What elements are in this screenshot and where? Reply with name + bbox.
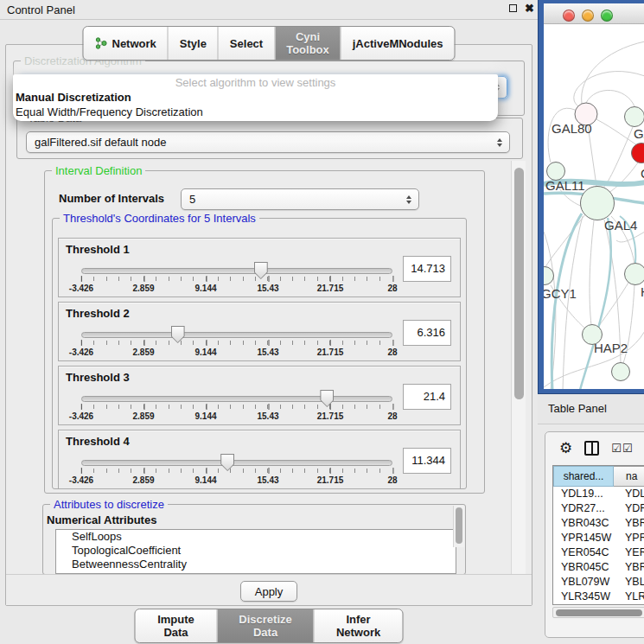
network-window-titlebar[interactable] (544, 3, 644, 24)
scrollbar-thumb[interactable] (556, 609, 642, 616)
table-row[interactable]: YIL052C YIL0 (553, 604, 644, 605)
tab-label: Impute Data (147, 613, 206, 639)
tab-discretize-data[interactable]: Discretize Data (216, 609, 313, 642)
table-row[interactable]: YER054C YER0 (553, 545, 644, 560)
threshold-label: Threshold 4 (66, 435, 130, 448)
threshold-panel: Threshold 1 -3.426 2. (58, 238, 461, 297)
close-icon[interactable]: ✖ (525, 3, 534, 13)
table-data-combobox[interactable]: galFiltered.sif default node (26, 131, 510, 153)
tick-label: 2.859 (132, 341, 154, 357)
tab-label: Select (230, 37, 263, 50)
tick-label: 2.859 (132, 469, 154, 485)
cell-name[interactable]: YDL1 (614, 487, 644, 501)
table-row[interactable]: YDR27... YDR2 (553, 501, 644, 516)
network-node[interactable] (624, 263, 644, 285)
select-checkboxes-icon[interactable]: ☑☑ (611, 442, 633, 455)
gear-icon[interactable]: ⚙ (559, 441, 572, 456)
dropdown-placeholder-item[interactable]: Select algorithm to view settings (13, 76, 498, 90)
network-node[interactable] (611, 362, 630, 381)
threshold-slider[interactable]: -3.426 2.859 9.144 15.43 21. (81, 392, 392, 424)
slider-track[interactable] (81, 460, 392, 466)
minimize-traffic-light-icon[interactable] (582, 10, 594, 22)
tab-label: Infer Network (326, 613, 392, 639)
cell-shared-name[interactable]: YLR345W (553, 590, 614, 604)
tick-label: 21.715 (317, 469, 344, 485)
numerical-attributes-list[interactable]: SelfLoops TopologicalCoefficient Between… (55, 529, 456, 574)
slider-track[interactable] (81, 268, 392, 274)
table-row[interactable]: YPR145W YPR1 (553, 531, 644, 545)
cell-name[interactable]: YDR2 (614, 501, 644, 516)
number-of-intervals-combobox[interactable]: 5 (181, 188, 419, 210)
tab-jactivemnodules[interactable]: jActiveMNodules (341, 27, 455, 60)
attribute-list-item[interactable]: TopologicalCoefficient (56, 544, 456, 558)
threshold-slider[interactable]: -3.426 2.859 9.144 15.43 21. (81, 456, 392, 488)
tab-style[interactable]: Style (168, 27, 218, 60)
threshold-slider[interactable]: -3.426 2.859 9.144 15.43 21. (81, 265, 392, 296)
cell-shared-name[interactable]: YIL052C (553, 604, 614, 605)
table-data-selected-value: galFiltered.sif default node (35, 136, 166, 149)
cell-name[interactable]: YLR3 (614, 590, 644, 604)
threshold-value-field[interactable]: 11.344 (403, 448, 451, 474)
dropdown-option-equal-width-frequency[interactable]: Equal Width/Frequency Discretization (13, 105, 498, 119)
tick-label: 28 (387, 469, 397, 485)
cyni-toolbox-pane: Discretization Algorithm Select algorith… (5, 44, 532, 606)
network-node[interactable] (624, 106, 644, 127)
float-window-icon[interactable] (509, 4, 517, 12)
tab-infer-network[interactable]: Infer Network (314, 609, 403, 642)
threshold-value-field[interactable]: 21.4 (403, 384, 451, 410)
tab-impute-data[interactable]: Impute Data (136, 609, 217, 642)
cell-shared-name[interactable]: YDR27... (553, 501, 614, 516)
dropdown-option-manual-discretization[interactable]: Manual Discretization (13, 90, 498, 105)
tick-label: 2.859 (132, 277, 154, 293)
table-row[interactable]: YDL19... YDL1 (553, 487, 644, 501)
slider-tick-scale: -3.426 2.859 9.144 15.43 21. (81, 277, 392, 282)
tab-cyni-toolbox[interactable]: Cyni Toolbox (274, 27, 341, 60)
cell-shared-name[interactable]: YBR043C (553, 516, 614, 531)
apply-button[interactable]: Apply (240, 581, 297, 602)
settings-vertical-scrollbar[interactable] (511, 161, 526, 574)
close-traffic-light-icon[interactable] (563, 10, 575, 22)
cell-name[interactable]: YPR1 (614, 531, 644, 545)
algorithm-dropdown-popup: Select algorithm to view settings Manual… (13, 74, 498, 121)
node-table[interactable]: shared... na YDL19... YDL1 YDR27... YDR2… (552, 465, 644, 605)
slider-track[interactable] (81, 396, 392, 402)
threshold-slider[interactable]: -3.426 2.859 9.144 15.43 21. (81, 328, 392, 360)
attribute-list-item[interactable]: SelfLoops (56, 530, 456, 544)
node-label: HAP2 (594, 341, 628, 355)
attributes-list-scrollbar[interactable] (453, 506, 464, 547)
column-header-name[interactable]: na (614, 466, 644, 487)
cell-shared-name[interactable]: YER054C (553, 545, 614, 560)
node-label: H (641, 284, 644, 299)
cell-name[interactable]: YBL0 (614, 575, 644, 590)
threshold-value-field[interactable]: 14.713 (403, 256, 451, 282)
node-label: GAL80 (552, 121, 592, 136)
cell-shared-name[interactable]: YPR145W (553, 531, 614, 545)
scrollbar-thumb[interactable] (514, 168, 524, 399)
table-horizontal-scrollbar[interactable] (552, 607, 644, 618)
cell-shared-name[interactable]: YBL079W (553, 575, 614, 590)
network-node[interactable] (580, 186, 615, 220)
cell-shared-name[interactable]: YDL19... (553, 487, 614, 501)
table-row[interactable]: YBL079W YBL0 (553, 575, 644, 590)
cell-name[interactable]: YBR0 (614, 560, 644, 575)
table-row[interactable]: YBR045C YBR0 (553, 560, 644, 575)
combo-stepper-icon (497, 138, 502, 147)
threshold-value-field[interactable]: 6.316 (403, 320, 451, 346)
attribute-list-item[interactable]: BetweennessCentrality (56, 558, 456, 571)
network-canvas[interactable]: GAL80 GA C GAL11 GAL4 GCY1 H HAP2 (544, 24, 644, 389)
table-row[interactable]: YLR345W YLR3 (553, 590, 644, 604)
tab-network[interactable]: Network (83, 27, 167, 60)
cell-shared-name[interactable]: YBR045C (553, 560, 614, 575)
tab-select[interactable]: Select (218, 27, 274, 60)
zoom-traffic-light-icon[interactable] (601, 10, 613, 22)
table-row[interactable]: YBR043C YBR0 (553, 516, 644, 531)
column-header-shared-name[interactable]: shared... (553, 466, 614, 487)
table-panel-header: Table Panel (538, 394, 644, 424)
slider-track[interactable] (81, 332, 392, 338)
split-columns-icon[interactable] (584, 441, 599, 456)
cell-name[interactable]: YER0 (614, 545, 644, 560)
tick-label: 28 (387, 405, 397, 421)
node-label: GAL11 (545, 178, 585, 193)
cell-name[interactable]: YBR0 (614, 516, 644, 531)
cell-name[interactable]: YIL0 (614, 604, 644, 605)
